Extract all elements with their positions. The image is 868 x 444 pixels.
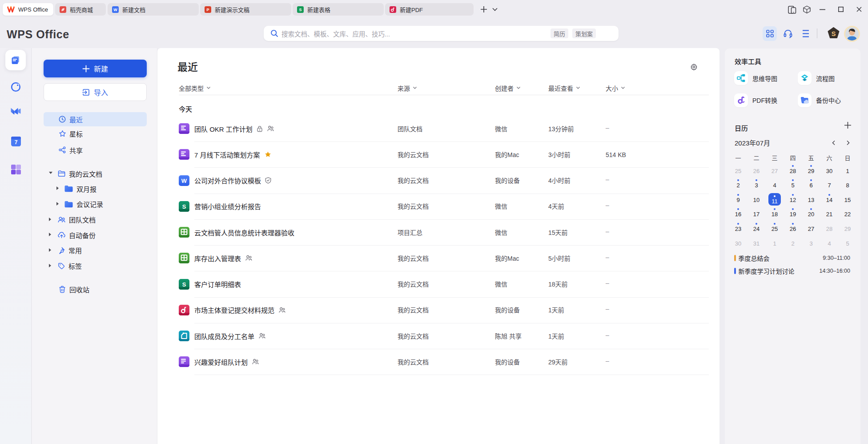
- svg-text:S: S: [182, 281, 186, 287]
- svg-text:W: W: [113, 8, 117, 12]
- svg-text:S: S: [182, 203, 186, 210]
- svg-text:S: S: [832, 30, 836, 37]
- svg-text:7: 7: [15, 139, 18, 145]
- svg-text:S: S: [299, 8, 302, 12]
- svg-text:W: W: [181, 178, 187, 184]
- svg-text:P: P: [207, 8, 209, 12]
